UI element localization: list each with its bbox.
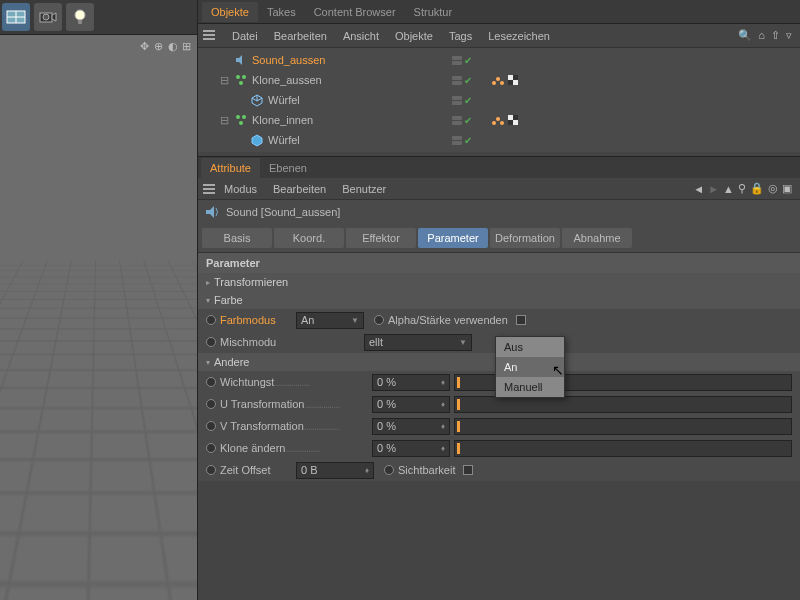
svg-point-4: [43, 14, 49, 20]
ptab-basis[interactable]: Basis: [202, 228, 272, 248]
label-vtrans: V Transformation: [220, 420, 368, 432]
sub-transformieren[interactable]: Transformieren: [198, 273, 800, 291]
expand-icon[interactable]: ⊟: [218, 74, 230, 87]
nav-back-icon[interactable]: ◄: [693, 183, 704, 195]
svg-point-29: [496, 117, 500, 121]
checkbox-sichtbarkeit[interactable]: [463, 465, 473, 475]
anim-dot[interactable]: [374, 315, 384, 325]
up-arrow-icon[interactable]: ▲: [723, 183, 734, 195]
svg-point-28: [492, 121, 496, 125]
up-icon[interactable]: ⇧: [771, 29, 780, 42]
ptab-effektor[interactable]: Effektor: [346, 228, 416, 248]
object-icon: [234, 53, 248, 67]
label-mischmodus: Mischmodu: [220, 336, 292, 348]
enable-check-icon[interactable]: ✔: [464, 135, 472, 146]
dropdown-mischmodus[interactable]: ellt▼: [364, 334, 472, 351]
tab-takes[interactable]: Takes: [258, 2, 305, 22]
viewport-nav-icons[interactable]: ✥⊕◐⊞: [140, 40, 194, 52]
tree-row[interactable]: Würfel✔: [202, 90, 800, 110]
enable-check-icon[interactable]: ✔: [464, 55, 472, 66]
field-vtrans[interactable]: 0 %♦: [372, 418, 450, 435]
viewport-3d[interactable]: ✥⊕◐⊞: [0, 0, 197, 600]
enable-check-icon[interactable]: ✔: [464, 75, 472, 86]
camera-icon[interactable]: [34, 3, 62, 31]
anim-dot[interactable]: [206, 443, 216, 453]
tab-objekte[interactable]: Objekte: [202, 2, 258, 22]
anim-dot[interactable]: [206, 337, 216, 347]
anim-dot[interactable]: [206, 377, 216, 387]
field-klone[interactable]: 0 %♦: [372, 440, 450, 457]
enable-check-icon[interactable]: ✔: [464, 115, 472, 126]
tab-attribute[interactable]: Attribute: [201, 158, 260, 178]
row-zeit: Zeit Offset 0 B♦ Sichtbarkeit: [198, 459, 800, 481]
ptab-deformation[interactable]: Deformation: [490, 228, 560, 248]
object-tree[interactable]: Sound_aussen✔⊟Klone_aussen✔Würfel✔⊟Klone…: [198, 48, 800, 152]
menu-objekte[interactable]: Objekte: [387, 26, 441, 46]
menu-bearbeiten2[interactable]: Bearbeiten: [265, 179, 334, 199]
camera-view-icon[interactable]: [2, 3, 30, 31]
tab-content-browser[interactable]: Content Browser: [305, 2, 405, 22]
home-icon[interactable]: ⌂: [758, 29, 765, 42]
nav-fwd-icon[interactable]: ►: [708, 183, 719, 195]
funnel-icon[interactable]: ▿: [786, 29, 792, 42]
menu-tags[interactable]: Tags: [441, 26, 480, 46]
tag-icon[interactable]: [490, 113, 504, 127]
tab-ebenen[interactable]: Ebenen: [260, 158, 316, 178]
menu-ansicht[interactable]: Ansicht: [335, 26, 387, 46]
tree-row[interactable]: Sound_aussen✔: [202, 50, 800, 70]
panel-menu-icon[interactable]: [202, 28, 218, 44]
checkbox-alpha[interactable]: [516, 315, 526, 325]
new-icon[interactable]: ▣: [782, 182, 792, 195]
field-zeit[interactable]: 0 B♦: [296, 462, 374, 479]
tree-row[interactable]: ⊟Klone_innen✔: [202, 110, 800, 130]
search-icon[interactable]: ⚲: [738, 182, 746, 195]
slider-vtrans[interactable]: [454, 418, 792, 435]
field-wichtung[interactable]: 0 %♦: [372, 374, 450, 391]
anim-dot[interactable]: [206, 465, 216, 475]
dropdown-farbmodus[interactable]: An▼: [296, 312, 364, 329]
anim-dot[interactable]: [206, 315, 216, 325]
light-icon[interactable]: [66, 3, 94, 31]
popup-item-aus[interactable]: Aus: [496, 337, 564, 357]
menu-bearbeiten[interactable]: Bearbeiten: [266, 26, 335, 46]
menu-datei[interactable]: Datei: [224, 26, 266, 46]
tab-struktur[interactable]: Struktur: [405, 2, 462, 22]
svg-rect-20: [513, 80, 518, 85]
svg-marker-11: [236, 55, 242, 65]
tree-row[interactable]: Würfel✔: [202, 130, 800, 150]
slider-klone[interactable]: [454, 440, 792, 457]
anim-dot[interactable]: [206, 421, 216, 431]
svg-line-23: [252, 98, 257, 101]
anim-dot[interactable]: [206, 399, 216, 409]
tag-icon[interactable]: [490, 73, 504, 87]
slider-utrans[interactable]: [454, 396, 792, 413]
field-utrans[interactable]: 0 %♦: [372, 396, 450, 413]
svg-point-16: [496, 77, 500, 81]
object-header: Sound [Sound_aussen]: [198, 200, 800, 224]
menu-benutzer[interactable]: Benutzer: [334, 179, 394, 199]
svg-point-30: [500, 121, 504, 125]
tree-label: Würfel: [268, 94, 300, 106]
menu-modus[interactable]: Modus: [216, 179, 265, 199]
target-icon[interactable]: ◎: [768, 182, 778, 195]
sub-farbe[interactable]: Farbe: [198, 291, 800, 309]
enable-check-icon[interactable]: ✔: [464, 95, 472, 106]
expand-icon[interactable]: ⊟: [218, 114, 230, 127]
popup-item-manuell[interactable]: Manuell: [496, 377, 564, 397]
object-manager-tabs: Objekte Takes Content Browser Struktur: [198, 0, 800, 24]
right-panel: Objekte Takes Content Browser Struktur D…: [197, 0, 800, 600]
ptab-koord[interactable]: Koord.: [274, 228, 344, 248]
menu-lesezeichen[interactable]: Lesezeichen: [480, 26, 558, 46]
ptab-abnahme[interactable]: Abnahme: [562, 228, 632, 248]
anim-dot[interactable]: [384, 465, 394, 475]
object-menubar: Datei Bearbeiten Ansicht Objekte Tags Le…: [198, 24, 800, 48]
lock-icon[interactable]: 🔒: [750, 182, 764, 195]
object-title: Sound [Sound_aussen]: [226, 206, 340, 218]
panel-menu-icon[interactable]: [202, 182, 216, 196]
tag-icon[interactable]: [506, 73, 520, 87]
search-icon[interactable]: 🔍: [738, 29, 752, 42]
ptab-parameter[interactable]: Parameter: [418, 228, 488, 248]
label-alpha: Alpha/Stärke verwenden: [388, 314, 508, 326]
tree-row[interactable]: ⊟Klone_aussen✔: [202, 70, 800, 90]
tag-icon[interactable]: [506, 113, 520, 127]
